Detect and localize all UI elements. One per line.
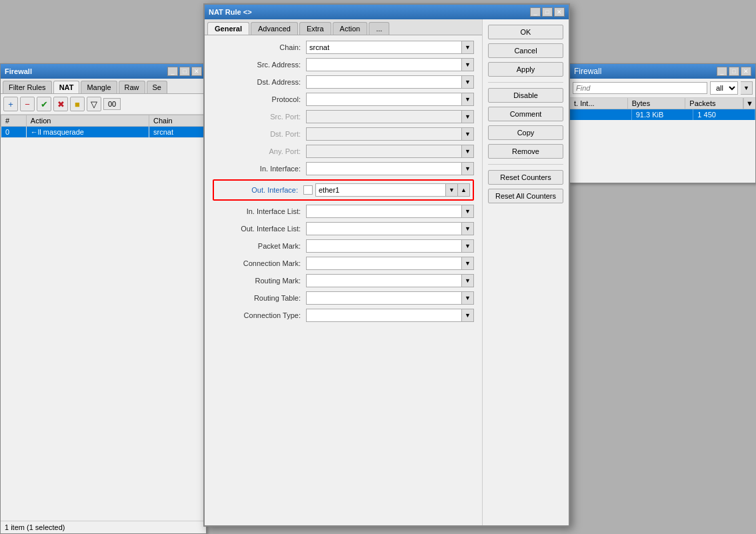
find-input[interactable] — [573, 82, 707, 94]
square-button[interactable]: ■ — [70, 97, 85, 111]
packet-mark-field[interactable] — [306, 239, 462, 253]
routing-mark-label: Routing Mark: — [213, 277, 306, 285]
close-button[interactable]: ✕ — [191, 67, 202, 76]
routing-mark-field[interactable] — [306, 274, 462, 287]
maximize-button[interactable]: □ — [179, 67, 190, 76]
packet-mark-dropdown-button[interactable]: ▼ — [462, 239, 474, 253]
copy-button[interactable]: Copy — [488, 125, 563, 140]
check-button[interactable]: ✔ — [37, 97, 51, 111]
nat-title-bar: NAT Rule <> _ □ ✕ — [205, 5, 569, 19]
cancel-button[interactable]: Cancel — [488, 43, 563, 58]
nat-form: Chain: srcnat ▼ Src. Address: ▼ — [205, 35, 482, 331]
cross-button[interactable]: ✖ — [53, 97, 68, 111]
right-close-button[interactable]: ✕ — [741, 67, 751, 76]
right-table-row[interactable]: 91.3 KiB 1 450 — [570, 109, 755, 120]
protocol-dropdown-button[interactable]: ▼ — [462, 93, 474, 106]
nat-minimize-button[interactable]: _ — [530, 7, 541, 17]
connection-type-field[interactable] — [306, 309, 462, 322]
apply-button[interactable]: Apply — [488, 62, 563, 77]
out-interface-checkbox[interactable] — [303, 185, 313, 195]
nat-title-text: NAT Rule <> — [209, 8, 252, 16]
ok-button[interactable]: OK — [488, 25, 563, 39]
firewall-right-controls: _ □ ✕ — [717, 67, 751, 76]
src-port-control: ▼ — [306, 110, 474, 123]
in-interface-list-field[interactable] — [306, 205, 462, 218]
find-dropdown-button[interactable]: ▼ — [741, 81, 753, 95]
src-address-label: Src. Address: — [213, 61, 306, 69]
out-interface-field[interactable]: ether1 — [315, 183, 446, 197]
col-extra: ▼ — [743, 98, 755, 109]
routing-table-field[interactable] — [306, 291, 462, 305]
dst-address-field[interactable] — [306, 75, 462, 89]
routing-mark-row: Routing Mark: ▼ — [213, 274, 474, 287]
find-select[interactable]: all — [710, 81, 738, 95]
filter-button[interactable]: ▽ — [87, 97, 101, 111]
out-interface-list-control: ▼ — [306, 222, 474, 235]
nat-tab-extra[interactable]: Extra — [299, 22, 331, 35]
connection-mark-label: Connection Mark: — [213, 259, 306, 267]
add-button[interactable]: + — [3, 97, 18, 111]
find-bar: all ▼ — [570, 79, 755, 98]
src-address-control: ▼ — [306, 58, 474, 71]
nat-close-button[interactable]: ✕ — [554, 7, 565, 17]
out-interface-label: Out. Interface: — [217, 186, 303, 194]
chain-field[interactable]: srcnat — [306, 41, 462, 54]
remove-button[interactable]: − — [20, 97, 35, 111]
in-interface-list-control: ▼ — [306, 205, 474, 218]
nat-tab-more[interactable]: ... — [369, 22, 389, 35]
status-text: 1 item (1 selected) — [5, 523, 65, 531]
row-action: ←ll masquerade — [26, 127, 149, 138]
tab-mangle[interactable]: Mangle — [81, 81, 117, 93]
tab-se[interactable]: Se — [147, 81, 167, 93]
connection-type-row: Connection Type: ▼ — [213, 309, 474, 322]
src-address-row: Src. Address: ▼ — [213, 58, 474, 71]
connection-mark-field[interactable] — [306, 257, 462, 270]
tab-raw[interactable]: Raw — [119, 81, 145, 93]
src-address-field[interactable] — [306, 58, 462, 71]
out-interface-list-label: Out. Interface List: — [213, 225, 306, 233]
any-port-row: Any. Port: ▼ — [213, 145, 474, 158]
remove-button[interactable]: Remove — [488, 144, 563, 159]
connection-type-dropdown-button[interactable]: ▼ — [462, 309, 474, 322]
in-interface-list-dropdown-button[interactable]: ▼ — [462, 205, 474, 218]
tab-filter-rules[interactable]: Filter Rules — [3, 81, 52, 93]
any-port-dropdown-button: ▼ — [462, 145, 474, 158]
tab-nat[interactable]: NAT — [53, 81, 80, 93]
in-interface-field[interactable] — [306, 162, 462, 175]
firewall-right-title-text: Firewall — [574, 67, 601, 76]
dst-address-dropdown-button[interactable]: ▼ — [462, 75, 474, 89]
routing-mark-control: ▼ — [306, 274, 474, 287]
col-bytes: Bytes — [628, 98, 686, 109]
nat-tab-advanced[interactable]: Advanced — [251, 22, 298, 35]
in-interface-list-label: In. Interface List: — [213, 207, 306, 215]
connection-mark-dropdown-button[interactable]: ▼ — [462, 257, 474, 270]
disable-button[interactable]: Disable — [488, 88, 563, 103]
firewall-left-controls: _ □ ✕ — [167, 67, 202, 76]
protocol-label: Protocol: — [213, 95, 306, 103]
out-interface-up-button[interactable]: ▲ — [458, 183, 470, 197]
packet-mark-row: Packet Mark: ▼ — [213, 239, 474, 253]
dst-port-label: Dst. Port: — [213, 130, 306, 138]
protocol-control: ▼ — [306, 93, 474, 106]
minimize-button[interactable]: _ — [167, 67, 178, 76]
out-interface-list-dropdown-button[interactable]: ▼ — [462, 222, 474, 235]
comment-button[interactable]: Comment — [488, 107, 563, 121]
routing-table-dropdown-button[interactable]: ▼ — [462, 291, 474, 305]
out-interface-list-field[interactable] — [306, 222, 462, 235]
table-row[interactable]: 0 ←ll masquerade srcnat — [1, 127, 206, 138]
routing-mark-dropdown-button[interactable]: ▼ — [462, 274, 474, 287]
reset-all-counters-button[interactable]: Reset All Counters — [488, 189, 563, 203]
reset-counters-button[interactable]: Reset Counters — [488, 170, 563, 185]
packet-mark-control: ▼ — [306, 239, 474, 253]
right-minimize-button[interactable]: _ — [717, 67, 727, 76]
right-maximize-button[interactable]: □ — [729, 67, 739, 76]
src-address-dropdown-button[interactable]: ▼ — [462, 58, 474, 71]
in-interface-dropdown-button[interactable]: ▼ — [462, 162, 474, 175]
nat-tab-action[interactable]: Action — [333, 22, 368, 35]
nat-tab-general[interactable]: General — [207, 22, 249, 35]
protocol-field[interactable] — [306, 93, 462, 106]
nat-maximize-button[interactable]: □ — [542, 7, 553, 17]
out-interface-control: ether1 ▼ ▲ — [303, 183, 470, 197]
out-interface-dropdown-button[interactable]: ▼ — [446, 183, 458, 197]
chain-dropdown-button[interactable]: ▼ — [462, 41, 474, 54]
